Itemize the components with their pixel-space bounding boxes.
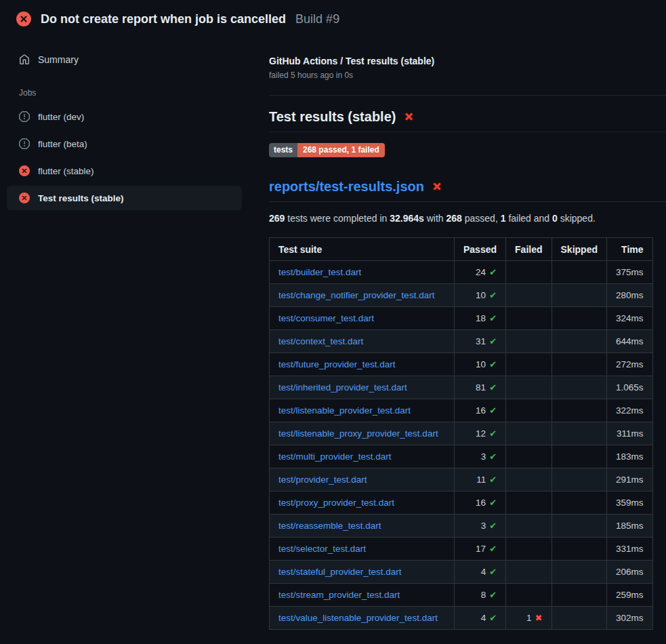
skipped-cell (551, 330, 606, 353)
check-icon: ✔ (489, 267, 497, 277)
report-file-link[interactable]: reports/test-results.json (269, 179, 424, 195)
sidebar-job-item[interactable]: flutter (stable) (7, 159, 242, 183)
stop-icon (19, 111, 30, 122)
skipped-cell (551, 584, 606, 607)
test-suite-link[interactable]: test/stateful_provider_test.dart (278, 567, 402, 577)
run-summary: 269 tests were completed in 32.964s with… (269, 213, 666, 224)
table-row: test/proxy_provider_test.dart 16✔ ✖ 359m… (270, 491, 653, 515)
time-cell: 272ms (606, 353, 652, 376)
summary-number: 269 (269, 213, 285, 224)
failed-cell: ✖ (506, 584, 551, 607)
table-row: test/stateful_provider_test.dart 4✔ ✖ 20… (270, 561, 653, 584)
skipped-cell (551, 284, 606, 307)
test-suite-link[interactable]: test/stream_provider_test.dart (278, 590, 400, 600)
test-suite-link[interactable]: test/proxy_provider_test.dart (278, 498, 394, 508)
table-row: test/change_notifier_provider_test.dart … (270, 284, 653, 307)
time-cell: 302ms (606, 607, 652, 630)
sidebar-item-summary[interactable]: Summary (7, 50, 242, 69)
skipped-cell (551, 561, 606, 584)
check-icon: ✔ (489, 567, 497, 577)
skipped-cell (551, 399, 606, 422)
test-suite-link[interactable]: test/future_provider_test.dart (278, 359, 396, 369)
time-cell: 259ms (606, 584, 652, 607)
failed-cell: ✖ (506, 307, 551, 330)
x-circle-icon (19, 165, 30, 176)
summary-number: 268 (446, 213, 462, 224)
table-row: test/inherited_provider_test.dart 81✔ ✖ … (270, 376, 653, 399)
test-suite-link[interactable]: test/value_listenable_provider_test.dart (278, 613, 438, 623)
time-cell: 322ms (606, 399, 652, 422)
test-suite-link[interactable]: test/reassemble_test.dart (278, 521, 381, 531)
cross-mark-icon: ✖ (432, 180, 442, 193)
passed-cell: 11✔ (455, 468, 506, 491)
main-content: GitHub Actions / Test results (stable) f… (253, 35, 666, 630)
time-cell: 644ms (606, 330, 652, 353)
passed-cell: 8✔ (455, 584, 506, 607)
sidebar-job-item[interactable]: flutter (dev) (7, 104, 242, 129)
page-title: Do not create report when job is cancell… (41, 12, 286, 26)
skipped-cell (551, 307, 606, 330)
failed-cell: ✖ (506, 468, 551, 491)
column-header-passed: Passed (455, 238, 506, 261)
stop-icon (19, 138, 30, 149)
check-icon: ✔ (489, 613, 497, 623)
test-suite-link[interactable]: test/listenable_proxy_provider_test.dart (278, 428, 438, 439)
summary-text: with (424, 213, 446, 224)
summary-text: failed and (506, 213, 553, 224)
passed-cell: 31✔ (455, 330, 506, 353)
tests-badge: tests 268 passed, 1 failed (269, 143, 385, 157)
table-header-row: Test suite Passed Failed Skipped Time (270, 238, 653, 261)
summary-number: 0 (552, 213, 558, 224)
test-suite-link[interactable]: test/builder_test.dart (278, 267, 361, 277)
failed-cell: ✖ (506, 261, 551, 284)
test-results-table: Test suite Passed Failed Skipped Time te… (269, 237, 653, 630)
time-cell: 1.065s (606, 376, 652, 399)
check-icon: ✔ (489, 359, 497, 369)
test-suite-link[interactable]: test/selector_test.dart (278, 544, 366, 554)
test-suite-link[interactable]: test/inherited_provider_test.dart (278, 382, 407, 393)
test-suite-link[interactable]: test/multi_provider_test.dart (278, 451, 392, 462)
test-suite-link[interactable]: test/listenable_provider_test.dart (278, 405, 411, 416)
table-row: test/future_provider_test.dart 10✔ ✖ 272… (270, 353, 653, 376)
x-circle-icon (16, 12, 31, 26)
time-cell: 280ms (606, 284, 652, 307)
report-title: reports/test-results.json ✖ (269, 179, 666, 202)
failed-cell: ✖ (506, 538, 551, 561)
check-icon: ✔ (489, 405, 497, 416)
failed-cell: ✖ (506, 422, 551, 445)
skipped-cell (551, 353, 606, 376)
table-row: test/selector_test.dart 17✔ ✖ 331ms (270, 538, 653, 561)
failed-cell: ✖ (506, 376, 551, 399)
section-title-text: Test results (stable) (269, 109, 396, 125)
badge-label: tests (269, 143, 297, 157)
page-header: Do not create report when job is cancell… (0, 0, 666, 35)
x-icon: ✖ (535, 613, 543, 623)
failed-cell: ✖ (506, 561, 551, 584)
summary-text: passed, (462, 213, 501, 224)
table-row: test/consumer_test.dart 18✔ ✖ 324ms (270, 307, 653, 330)
failed-cell: ✖ (506, 330, 551, 353)
cross-mark-icon: ✖ (403, 110, 414, 123)
test-suite-link[interactable]: test/consumer_test.dart (278, 313, 374, 323)
failed-cell: ✖ (506, 491, 551, 515)
passed-cell: 17✔ (455, 538, 506, 561)
skipped-cell (551, 445, 606, 468)
check-icon: ✔ (489, 451, 497, 462)
run-status-line: failed 5 hours ago in 0s (269, 71, 666, 80)
test-suite-link[interactable]: test/change_notifier_provider_test.dart (278, 290, 434, 300)
section-title: Test results (stable) ✖ (269, 109, 666, 132)
sidebar-job-label: flutter (dev) (38, 112, 84, 122)
time-cell: 324ms (606, 307, 652, 330)
passed-cell: 10✔ (455, 284, 506, 307)
passed-cell: 4✔ (455, 607, 506, 630)
table-row: test/provider_test.dart 11✔ ✖ 291ms (270, 468, 653, 491)
check-icon: ✔ (489, 428, 497, 439)
skipped-cell (551, 607, 606, 630)
build-number: Build #9 (295, 12, 339, 26)
sidebar: Summary Jobs flutter (dev) flutter (beta… (0, 35, 253, 213)
test-suite-link[interactable]: test/context_test.dart (278, 336, 363, 346)
sidebar-job-item[interactable]: flutter (beta) (7, 132, 242, 156)
sidebar-job-label: Test results (stable) (38, 193, 124, 203)
sidebar-job-item[interactable]: Test results (stable) (7, 186, 242, 210)
test-suite-link[interactable]: test/provider_test.dart (278, 475, 367, 485)
